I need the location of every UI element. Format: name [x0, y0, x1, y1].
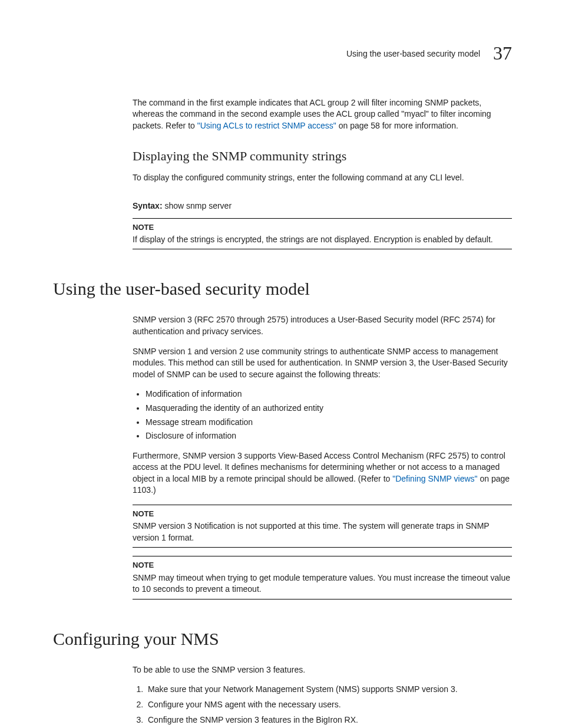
list-item: Message stream modification — [146, 417, 512, 429]
acl-link[interactable]: "Using ACLs to restrict SNMP access" — [197, 121, 336, 130]
list-item: Configure the SNMP version 3 features in… — [146, 714, 512, 726]
nms-block: To be able to use the SNMP version 3 fea… — [133, 664, 512, 726]
usm-heading: Using the user-based security model — [53, 276, 512, 301]
display-paragraph: To display the configured community stri… — [133, 172, 512, 184]
intro-text-suffix: on page 58 for more information. — [336, 121, 458, 130]
note-usm-2: NOTE SNMP may timeout when trying to get… — [133, 556, 512, 599]
note-label: NOTE — [133, 222, 512, 233]
display-heading: Displaying the SNMP community strings — [133, 147, 512, 166]
intro-block: The command in the first example indicat… — [133, 97, 512, 250]
note-text: SNMP may timeout when trying to get modu… — [133, 572, 512, 595]
list-item: Modification of information — [146, 388, 512, 400]
page: Using the user-based security model 37 T… — [0, 0, 562, 728]
note-text: SNMP version 3 Notification is not suppo… — [133, 521, 512, 543]
note-label: NOTE — [133, 509, 512, 519]
usm-p3: Furthermore, SNMP version 3 supports Vie… — [133, 450, 512, 496]
threat-list: Modification of information Masquerading… — [133, 388, 512, 442]
nms-steps: Make sure that your Network Management S… — [133, 684, 512, 726]
note-text: If display of the strings is encrypted, … — [133, 234, 512, 246]
list-item: Disclosure of information — [146, 430, 512, 442]
note-display: NOTE If display of the strings is encryp… — [133, 218, 512, 250]
nms-heading: Configuring your NMS — [53, 627, 512, 651]
usm-p1: SNMP version 3 (RFC 2570 through 2575) i… — [133, 314, 512, 337]
usm-p2: SNMP version 1 and version 2 use communi… — [133, 346, 512, 381]
syntax-text: show snmp server — [164, 201, 232, 210]
note-label: NOTE — [133, 560, 512, 571]
usm-block: SNMP version 3 (RFC 2570 through 2575) i… — [133, 314, 512, 599]
running-header-title: Using the user-based security model — [346, 49, 480, 58]
running-header: Using the user-based security model 37 — [53, 41, 512, 68]
list-item: Make sure that your Network Management S… — [146, 684, 512, 696]
views-link[interactable]: "Defining SNMP views" — [392, 474, 477, 483]
nms-p1: To be able to use the SNMP version 3 fea… — [133, 664, 512, 676]
intro-paragraph: The command in the first example indicat… — [133, 97, 512, 132]
list-item: Masquerading the identity of an authoriz… — [146, 403, 512, 414]
note-usm-1: NOTE SNMP version 3 Notification is not … — [133, 505, 512, 548]
chapter-number: 37 — [493, 42, 512, 64]
list-item: Configure your NMS agent with the necess… — [146, 699, 512, 711]
syntax-line: Syntax: show snmp server — [133, 200, 512, 212]
syntax-label: Syntax: — [133, 201, 163, 210]
